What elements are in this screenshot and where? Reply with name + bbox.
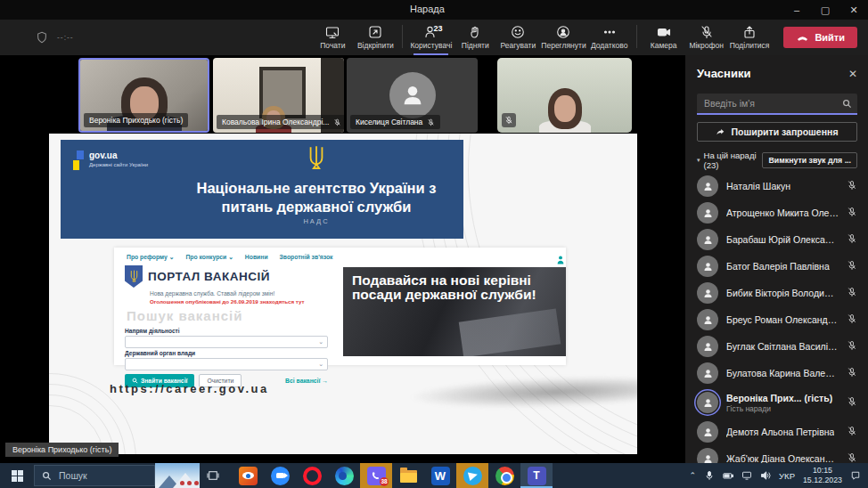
participant-mic[interactable] bbox=[847, 338, 857, 354]
participant-search[interactable] bbox=[697, 94, 857, 115]
participant-row[interactable]: Бреус Роман Олександрович bbox=[685, 306, 868, 333]
toolbar-button[interactable]: Додатково bbox=[588, 23, 631, 53]
govua-label: gov.ua bbox=[89, 150, 148, 160]
participant-mic[interactable] bbox=[847, 285, 857, 301]
speaker-icon[interactable] bbox=[760, 470, 771, 481]
person-icon bbox=[702, 181, 714, 192]
all-vacancies-link[interactable]: Всі вакансії → bbox=[285, 378, 328, 384]
view-person-icon bbox=[556, 25, 570, 39]
participant-mic[interactable] bbox=[847, 205, 857, 221]
participant-mic[interactable] bbox=[847, 178, 857, 194]
taskbar-app[interactable] bbox=[488, 463, 520, 488]
taskbar-app[interactable] bbox=[392, 463, 424, 488]
taskbar-search[interactable] bbox=[34, 465, 155, 486]
state-body-select[interactable]: ⌄ bbox=[125, 358, 328, 370]
file-explorer-icon bbox=[399, 467, 418, 485]
toolbar-button-label: Почати bbox=[320, 41, 345, 50]
taskbar-app[interactable] bbox=[232, 463, 264, 488]
participant-search-input[interactable] bbox=[702, 97, 842, 110]
share-invite-icon bbox=[716, 127, 725, 137]
section-collapse-icon[interactable]: ▾ bbox=[697, 157, 700, 164]
taskbar-app[interactable] bbox=[328, 463, 360, 488]
tray-expand-icon[interactable]: ⌃ bbox=[690, 471, 697, 480]
participant-row[interactable]: Демотя Альона Петрівна bbox=[685, 419, 868, 445]
video-tile-kovalova[interactable]: Ковальова Ірина Олександрі... bbox=[213, 58, 344, 133]
participant-row[interactable]: Батог Валерія Павлівна bbox=[685, 253, 868, 280]
video-tile-veronika[interactable]: Вероніка Приходько (гість) bbox=[78, 58, 209, 133]
taskbar-app[interactable]: 38 bbox=[360, 463, 392, 488]
participant-mic[interactable] bbox=[847, 232, 857, 248]
participant-mic[interactable] bbox=[847, 312, 857, 328]
toolbar-button[interactable]: Поділитися bbox=[728, 23, 772, 53]
screen-share-content: gov.ua Державні сайти України Національн… bbox=[49, 134, 637, 454]
participant-mic[interactable] bbox=[847, 365, 857, 381]
participant-mic[interactable] bbox=[847, 394, 857, 411]
participant-row[interactable]: Булатова Карина Валеріївна bbox=[685, 360, 868, 386]
portal-notice: Оголошення опубліковані до 26.09.2019 зн… bbox=[150, 298, 305, 305]
toolbar-button[interactable]: Відкріпити bbox=[354, 23, 397, 53]
participant-mic[interactable] bbox=[847, 258, 857, 274]
panel-close-icon[interactable]: ✕ bbox=[848, 68, 857, 80]
share-invite-button[interactable]: Поширити запрошення bbox=[697, 122, 857, 142]
mic-off-icon bbox=[847, 233, 857, 244]
battery-icon[interactable] bbox=[723, 470, 733, 481]
toolbar-button[interactable]: 23 Користувачі bbox=[408, 23, 454, 53]
participant-row[interactable]: Наталія Шакун bbox=[685, 173, 868, 199]
toolbar-button[interactable]: Реагувати bbox=[496, 23, 539, 53]
close-button[interactable]: ✕ bbox=[839, 0, 868, 20]
taskbar-search-input[interactable] bbox=[57, 469, 147, 482]
time: 10:15 bbox=[803, 466, 842, 476]
mute-all-button[interactable]: Вимкнути звук для ... bbox=[762, 152, 857, 168]
present-screen-icon bbox=[325, 25, 340, 39]
participant-row[interactable]: Буглак Світлана Василівна bbox=[685, 333, 868, 360]
mic-off-icon bbox=[333, 118, 341, 126]
participant-mic[interactable] bbox=[847, 424, 857, 440]
avatar bbox=[697, 309, 718, 330]
taskbar-app[interactable]: W bbox=[424, 463, 456, 488]
teams-meeting-window: Нарада – ▢ ✕ --:-- Почати bbox=[0, 0, 868, 488]
display-icon[interactable] bbox=[741, 470, 752, 481]
participant-row[interactable]: Барабаш Юрій Олександрович bbox=[685, 226, 868, 253]
taskbar-app[interactable] bbox=[296, 463, 328, 488]
news-weather-widget[interactable] bbox=[155, 463, 200, 488]
portal-nav-link[interactable]: Новини bbox=[245, 254, 268, 261]
taskbar-app[interactable] bbox=[264, 463, 296, 488]
portal-nav-link[interactable]: Про конкурси ⌄ bbox=[185, 254, 233, 261]
portal-nav-link[interactable]: Про реформу ⌄ bbox=[127, 254, 174, 261]
participant-video bbox=[539, 88, 591, 133]
start-button[interactable] bbox=[0, 463, 34, 488]
avatar bbox=[697, 202, 718, 224]
toolbar-button[interactable]: Камера bbox=[643, 23, 685, 53]
video-tile-large[interactable] bbox=[497, 58, 632, 133]
badge: 23 bbox=[433, 24, 442, 33]
career-portal-screenshot: Про реформу ⌄ Про конкурси ⌄ Новини Звор… bbox=[114, 248, 566, 365]
participant-row[interactable]: Атрощенко Микита Олександр... bbox=[685, 199, 868, 226]
toolbar-button[interactable]: Почати bbox=[311, 23, 354, 53]
language-indicator[interactable]: УКР bbox=[779, 471, 795, 481]
panel-title: Учасники bbox=[697, 67, 750, 80]
taskbar-app[interactable] bbox=[456, 463, 488, 488]
tray-mic-icon[interactable] bbox=[704, 470, 715, 481]
activity-select[interactable]: ⌄ bbox=[125, 336, 328, 348]
toolbar-button[interactable]: Мікрофон bbox=[685, 23, 728, 53]
participants-panel: Учасники ✕ Поширити запрошення ▾ На цій … bbox=[684, 55, 868, 463]
toolbar-button[interactable]: Переглянути bbox=[539, 23, 587, 53]
govua-flag-mark bbox=[73, 150, 84, 170]
toolbar-button-label: Реагувати bbox=[500, 41, 536, 50]
portal-nav-link[interactable]: Зворотній зв'язок bbox=[280, 254, 333, 261]
mic-off-icon bbox=[847, 367, 857, 378]
task-view-button[interactable] bbox=[200, 463, 226, 488]
taskbar-app[interactable]: T bbox=[520, 463, 553, 488]
react-smile-icon bbox=[511, 25, 525, 39]
clock[interactable]: 10:15 15.12.2023 bbox=[803, 466, 842, 485]
maximize-button[interactable]: ▢ bbox=[811, 0, 839, 20]
participant-row[interactable]: Вероніка Прих... (гість) Гість наради bbox=[685, 386, 868, 419]
participant-name: Бибик Вікторія Володимирівна bbox=[726, 288, 839, 298]
leave-button[interactable]: Вийти bbox=[783, 27, 857, 48]
notification-center-icon[interactable] bbox=[850, 470, 861, 481]
toolbar-button[interactable]: Підняти bbox=[454, 23, 496, 53]
video-tile-kyselytsia[interactable]: Киселиця Світлана bbox=[347, 58, 478, 133]
participant-row[interactable]: Бибик Вікторія Володимирівна bbox=[685, 280, 868, 306]
minimize-button[interactable]: – bbox=[782, 0, 811, 20]
meeting-timer: --:-- bbox=[57, 33, 74, 42]
